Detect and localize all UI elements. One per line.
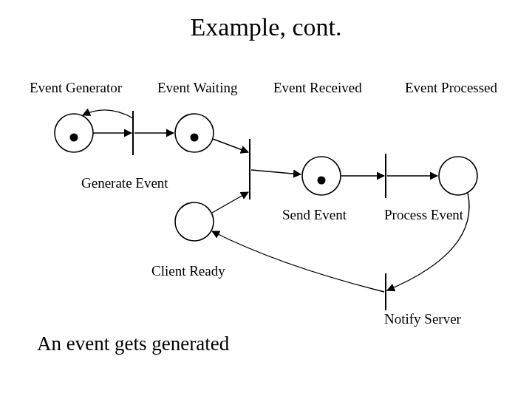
arc-waiting-to-send <box>213 139 248 152</box>
arc-generate-to-gen <box>83 110 133 118</box>
place-event-processed <box>439 157 477 195</box>
place-intermediate <box>302 157 341 195</box>
token-intermediate <box>318 177 326 185</box>
place-client-ready <box>175 202 214 241</box>
place-event-waiting <box>175 114 214 152</box>
arc-clientready-to-send <box>212 192 248 213</box>
diagram-stage: Example, cont. Event Generator Event Wai… <box>0 0 532 399</box>
place-event-generator <box>55 114 93 152</box>
petri-net-svg <box>0 0 532 399</box>
arc-processed-to-notify <box>387 193 469 290</box>
token-event-generator <box>70 134 78 142</box>
token-event-waiting <box>191 134 199 142</box>
arc-send-to-intermediate <box>251 170 301 174</box>
arc-notify-to-clientready <box>212 231 384 292</box>
